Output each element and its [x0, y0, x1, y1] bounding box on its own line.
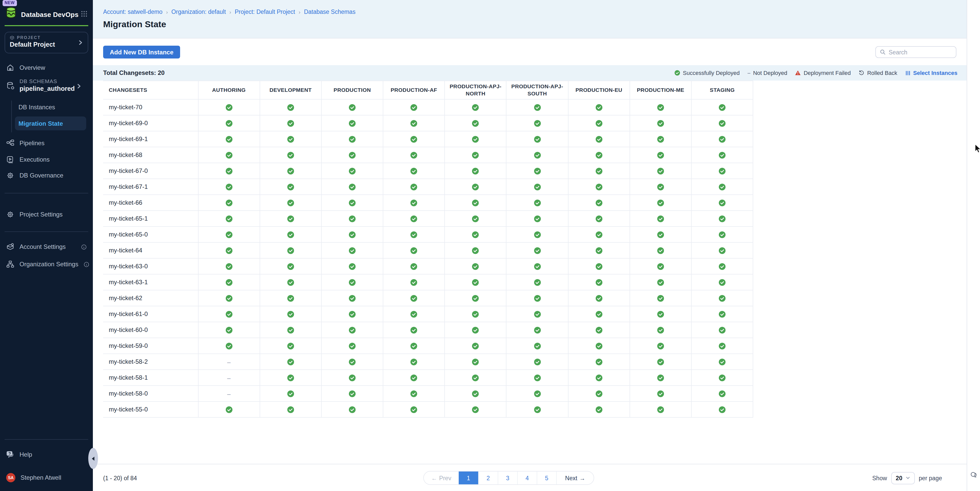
- breadcrumb-database-schemas[interactable]: Database Schemas: [304, 9, 356, 15]
- status-cell-deployed: [445, 290, 506, 306]
- status-cell-deployed: [383, 115, 445, 131]
- check-seal-icon: [533, 215, 541, 223]
- main-content: Account: satwell-demo › Organization: de…: [93, 0, 967, 491]
- status-cell-deployed: [383, 242, 445, 258]
- legend-successfully-deployed: Successfully Deployed: [674, 70, 740, 76]
- chevron-right-icon: [76, 84, 81, 89]
- status-cell-deployed: [506, 386, 568, 402]
- project-selector[interactable]: PROJECT Default Project: [5, 32, 88, 53]
- sidebar-collapse-handle[interactable]: [88, 448, 98, 469]
- status-legend: Successfully Deployed – Not Deployed Dep…: [674, 70, 958, 76]
- check-seal-icon: [225, 167, 233, 175]
- status-cell-deployed: [321, 306, 383, 322]
- check-seal-icon: [348, 358, 356, 366]
- check-seal-icon: [225, 231, 233, 239]
- check-seal-icon: [472, 390, 479, 398]
- check-seal-icon: [533, 247, 541, 255]
- status-cell-deployed: [568, 386, 630, 402]
- check-seal-icon: [410, 295, 418, 302]
- pagination-page-5[interactable]: 5: [537, 472, 556, 484]
- sidebar-item-account-settings[interactable]: Account Settings: [0, 239, 93, 254]
- column-header-authoring: AUTHORING: [198, 81, 259, 99]
- breadcrumb-account[interactable]: Account: satwell-demo: [103, 9, 162, 15]
- check-seal-icon: [472, 374, 479, 382]
- check-seal-icon: [533, 263, 541, 271]
- app-grid-icon[interactable]: [81, 11, 87, 17]
- check-seal-icon: [225, 247, 233, 255]
- table-row: my-ticket-66: [103, 195, 753, 211]
- check-seal-icon: [472, 327, 479, 334]
- status-cell-deployed: [321, 131, 383, 147]
- breadcrumb-project[interactable]: Project: Default Project: [235, 9, 295, 15]
- search-box[interactable]: [875, 46, 956, 58]
- sidebar-item-organization-settings[interactable]: Organization Settings: [0, 257, 93, 272]
- sidebar-item-executions[interactable]: Executions: [0, 152, 93, 167]
- status-cell-deployed: [259, 99, 321, 115]
- status-cell-deployed: [259, 227, 321, 242]
- search-input[interactable]: [889, 49, 952, 55]
- status-cell-deployed: [321, 163, 383, 179]
- changeset-name: my-ticket-69-1: [103, 131, 198, 147]
- status-cell-deployed: [630, 211, 691, 227]
- status-cell-deployed: [198, 147, 259, 163]
- check-seal-icon: [718, 136, 726, 143]
- status-cell-deployed: [506, 338, 568, 354]
- status-cell-deployed: [445, 338, 506, 354]
- status-cell-deployed: [259, 131, 321, 147]
- status-cell-deployed: [691, 195, 753, 211]
- prev-label: Prev: [439, 475, 451, 481]
- sidebar-item-db-governance[interactable]: DB Governance: [0, 168, 93, 183]
- status-cell-deployed: [259, 147, 321, 163]
- check-seal-icon: [657, 295, 665, 302]
- warning-triangle-icon: [795, 70, 801, 76]
- sidebar-item-db-schemas[interactable]: DB SCHEMAS pipeline_authored: [0, 75, 93, 97]
- page-size-select[interactable]: 20: [891, 472, 915, 484]
- status-cell-deployed: [383, 131, 445, 147]
- check-seal-icon: [410, 199, 418, 207]
- check-seal-icon: [657, 358, 665, 366]
- sidebar-item-migration-state[interactable]: Migration State: [15, 116, 86, 130]
- status-cell-deployed: [568, 131, 630, 147]
- sidebar-item-db-instances[interactable]: DB Instances: [19, 100, 55, 114]
- left-arrow-icon: ←: [431, 475, 437, 481]
- check-seal-icon: [472, 247, 479, 255]
- legend-label: Not Deployed: [753, 70, 787, 76]
- status-cell-deployed: [506, 274, 568, 290]
- add-new-db-instance-button[interactable]: Add New DB Instance: [103, 46, 180, 59]
- check-seal-icon: [595, 342, 603, 350]
- check-seal-icon: [595, 390, 603, 398]
- status-cell-deployed: [383, 99, 445, 115]
- status-cell-deployed: [568, 338, 630, 354]
- status-cell-deployed: [445, 258, 506, 274]
- check-seal-icon: [225, 136, 233, 143]
- sidebar-item-pipelines[interactable]: Pipelines: [0, 135, 93, 151]
- status-cell-deployed: [630, 195, 691, 211]
- pagination-page-1[interactable]: 1: [459, 472, 478, 484]
- pagination-next-button[interactable]: Next →: [556, 472, 593, 484]
- feedback-chat-icon[interactable]: [970, 471, 977, 479]
- status-cell-deployed: [383, 306, 445, 322]
- sidebar-item-user[interactable]: SA Stephen Atwell: [0, 470, 93, 485]
- pagination-page-2[interactable]: 2: [478, 472, 498, 484]
- check-seal-icon: [718, 311, 726, 318]
- pagination-prev-button[interactable]: ← Prev: [424, 472, 459, 484]
- table-row: my-ticket-64: [103, 242, 753, 258]
- changeset-name: my-ticket-64: [103, 242, 198, 258]
- status-cell-deployed: [321, 115, 383, 131]
- check-seal-icon: [348, 327, 356, 334]
- pagination-page-4[interactable]: 4: [517, 472, 537, 484]
- breadcrumb-organization[interactable]: Organization: default: [171, 9, 226, 15]
- sidebar-item-help[interactable]: Help: [0, 447, 93, 462]
- pagination-page-3[interactable]: 3: [498, 472, 517, 484]
- sidebar-item-overview[interactable]: Overview: [0, 60, 93, 75]
- check-seal-icon: [287, 279, 294, 286]
- check-seal-icon: [718, 120, 726, 127]
- status-cell-deployed: [198, 115, 259, 131]
- select-instances-button[interactable]: Select Instances: [905, 70, 958, 76]
- check-seal-icon: [657, 183, 665, 191]
- status-cell-deployed: [445, 211, 506, 227]
- status-cell-deployed: [321, 402, 383, 417]
- table-row: my-ticket-55-0: [103, 402, 753, 417]
- column-header-production-apj-south: PRODUCTION-APJ-SOUTH: [506, 81, 568, 99]
- sidebar-item-project-settings[interactable]: Project Settings: [0, 207, 93, 222]
